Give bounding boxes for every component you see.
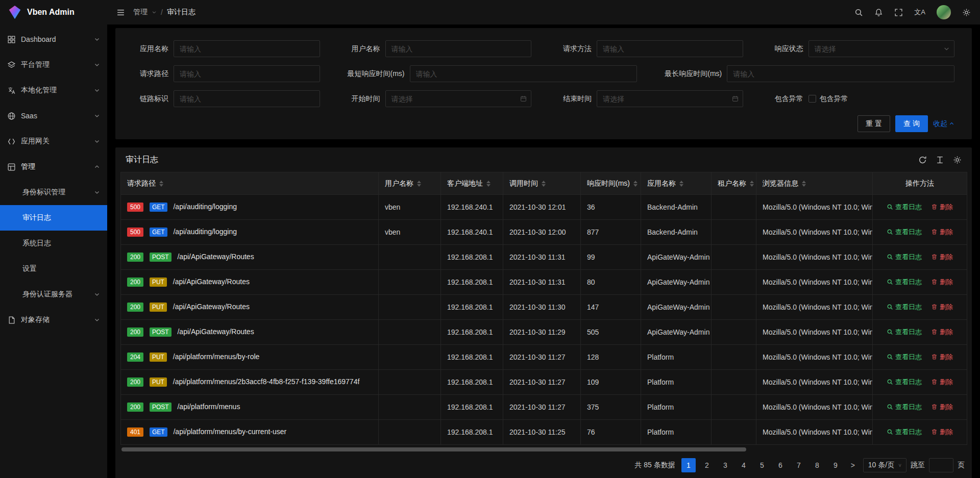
sort-carets-icon[interactable] <box>679 181 683 187</box>
page-button-4[interactable]: 4 <box>737 458 751 472</box>
column-header-6[interactable]: 租户名称 <box>712 172 756 195</box>
sidebar-item-localization[interactable]: 本地化管理 <box>0 78 107 103</box>
user-name-cell <box>379 270 441 295</box>
next-page-button[interactable]: > <box>847 458 859 472</box>
delete-button[interactable]: 删除 <box>931 203 953 212</box>
view-log-label: 查看日志 <box>895 253 922 262</box>
page-button-8[interactable]: 8 <box>810 458 824 472</box>
sidebar-item-dashboard[interactable]: Dashboard <box>0 27 107 52</box>
delete-button[interactable]: 删除 <box>931 328 953 337</box>
refresh-icon[interactable] <box>918 156 927 164</box>
user-name-input[interactable] <box>385 40 532 57</box>
sidebar-item-identity-management[interactable]: 身份标识管理 <box>0 180 107 205</box>
sidebar-item-settings[interactable]: 设置 <box>0 256 107 282</box>
start-time-picker[interactable] <box>385 90 532 107</box>
delete-button[interactable]: 删除 <box>931 228 953 237</box>
page-button-2[interactable]: 2 <box>700 458 714 472</box>
sort-carets-icon[interactable] <box>159 181 163 187</box>
delete-button[interactable]: 删除 <box>931 278 953 287</box>
sort-carets-icon[interactable] <box>542 181 546 187</box>
response-status-select[interactable] <box>808 40 955 57</box>
magnifier-icon <box>887 229 893 235</box>
menu-collapse-icon[interactable] <box>116 8 125 17</box>
view-log-button[interactable]: 查看日志 <box>887 203 922 212</box>
sort-carets-icon[interactable] <box>417 181 421 187</box>
page-button-1[interactable]: 1 <box>681 458 696 472</box>
delete-button[interactable]: 删除 <box>931 427 953 437</box>
page-button-3[interactable]: 3 <box>718 458 732 472</box>
has-exception-checkbox[interactable] <box>808 95 816 103</box>
chevron-down-icon <box>94 189 100 195</box>
scrollbar-thumb[interactable] <box>121 447 746 451</box>
view-log-button[interactable]: 查看日志 <box>887 278 922 287</box>
view-log-button[interactable]: 查看日志 <box>887 253 922 262</box>
column-header-3[interactable]: 调用时间 <box>503 172 581 195</box>
column-header-1[interactable]: 用户名称 <box>379 172 441 195</box>
sidebar-item-label: 系统日志 <box>22 239 100 248</box>
min-response-time-input[interactable] <box>410 65 638 82</box>
column-label: 请求路径 <box>127 179 156 188</box>
view-log-button[interactable]: 查看日志 <box>887 427 922 437</box>
http-method-badge: GET <box>150 203 167 212</box>
column-header-2[interactable]: 客户端地址 <box>441 172 503 195</box>
delete-button[interactable]: 删除 <box>931 303 953 312</box>
logo[interactable]: Vben Admin <box>0 0 107 24</box>
magnifier-icon <box>887 404 893 410</box>
search-icon[interactable] <box>854 8 863 17</box>
bell-icon[interactable] <box>874 8 883 17</box>
avatar[interactable] <box>937 5 951 19</box>
sidebar-item-system-log[interactable]: 系统日志 <box>0 231 107 256</box>
sidebar-item-platform-management[interactable]: 平台管理 <box>0 52 107 78</box>
translate-icon[interactable]: 文A <box>914 8 925 17</box>
column-header-5[interactable]: 应用名称 <box>641 172 712 195</box>
page-button-9[interactable]: 9 <box>828 458 843 472</box>
delete-button[interactable]: 删除 <box>931 353 953 362</box>
request-method-input[interactable] <box>597 40 743 57</box>
app-name-input[interactable] <box>174 40 320 57</box>
sidebar-item-saas[interactable]: Saas <box>0 103 107 129</box>
jump-page-input[interactable] <box>929 458 953 472</box>
view-log-label: 查看日志 <box>895 278 922 287</box>
page-size-select[interactable]: 10 条/页 ˅ <box>863 458 906 472</box>
sidebar-item-identity-server[interactable]: 身份认证服务器 <box>0 282 107 307</box>
delete-button[interactable]: 删除 <box>931 402 953 412</box>
sort-carets-icon[interactable] <box>750 181 754 187</box>
row-height-icon[interactable] <box>936 156 944 164</box>
page-button-6[interactable]: 6 <box>773 458 788 472</box>
max-response-time-input[interactable] <box>727 65 954 82</box>
breadcrumb: 管理 / 审计日志 <box>133 8 195 17</box>
trace-id-input[interactable] <box>174 90 320 107</box>
collapse-link[interactable]: 收起 <box>933 119 954 129</box>
view-log-button[interactable]: 查看日志 <box>887 378 922 387</box>
sidebar-item-label: 审计日志 <box>22 213 100 222</box>
column-header-4[interactable]: 响应时间(ms) <box>581 172 641 195</box>
sidebar-item-app-gateway[interactable]: 应用网关 <box>0 129 107 154</box>
page-button-7[interactable]: 7 <box>792 458 806 472</box>
view-log-button[interactable]: 查看日志 <box>887 228 922 237</box>
delete-button[interactable]: 删除 <box>931 378 953 387</box>
sort-carets-icon[interactable] <box>802 181 806 187</box>
request-path-input[interactable] <box>174 65 320 82</box>
sort-carets-icon[interactable] <box>633 181 638 187</box>
page-button-5[interactable]: 5 <box>755 458 769 472</box>
delete-button[interactable]: 删除 <box>931 253 953 262</box>
column-settings-icon[interactable] <box>953 156 962 164</box>
delete-label: 删除 <box>940 378 953 387</box>
breadcrumb-root[interactable]: 管理 <box>133 8 148 17</box>
search-button[interactable]: 查 询 <box>895 115 928 132</box>
view-log-button[interactable]: 查看日志 <box>887 328 922 337</box>
fullscreen-icon[interactable] <box>894 8 903 17</box>
gear-icon[interactable] <box>962 8 971 17</box>
view-log-button[interactable]: 查看日志 <box>887 402 922 412</box>
sidebar-item-management[interactable]: 管理 <box>0 154 107 180</box>
status-code-badge: 200 <box>127 402 143 412</box>
end-time-picker[interactable] <box>597 90 743 107</box>
sort-carets-icon[interactable] <box>486 181 491 187</box>
view-log-button[interactable]: 查看日志 <box>887 303 922 312</box>
sidebar-item-object-storage[interactable]: 对象存储 <box>0 307 107 333</box>
column-header-0[interactable]: 请求路径 <box>121 172 379 195</box>
view-log-button[interactable]: 查看日志 <box>887 353 922 362</box>
sidebar-item-audit-log[interactable]: 审计日志 <box>0 205 107 231</box>
column-header-7[interactable]: 浏览器信息 <box>756 172 873 195</box>
reset-button[interactable]: 重 置 <box>857 115 890 132</box>
